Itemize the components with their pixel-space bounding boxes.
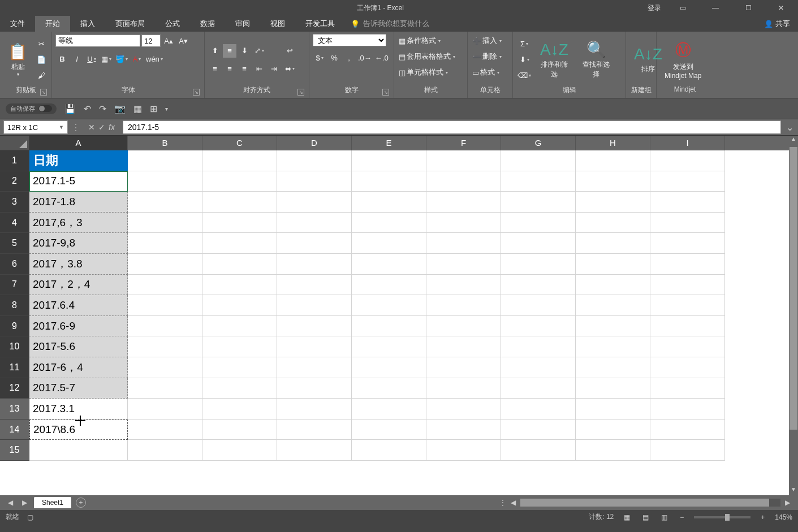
number-format-select[interactable]: 文本 <box>313 34 386 46</box>
scrollbar-thumb[interactable] <box>790 147 797 430</box>
qat-btn-2[interactable]: ⊞ <box>150 103 157 114</box>
cell-H8[interactable] <box>576 295 650 316</box>
decrease-decimal-button[interactable]: ←.0 <box>374 51 390 64</box>
tab-home[interactable]: 开始 <box>35 16 70 32</box>
cell-A15[interactable] <box>29 440 128 461</box>
cell-G3[interactable] <box>501 192 576 213</box>
col-header-c[interactable]: C <box>202 136 277 150</box>
col-header-f[interactable]: F <box>426 136 501 150</box>
cell-I2[interactable] <box>650 171 725 192</box>
cell-A4[interactable]: 2017,6，3 <box>29 213 128 233</box>
sheet-nav-next[interactable]: ▶ <box>20 499 29 507</box>
cell-A1[interactable]: 日期 <box>29 150 128 171</box>
cell-F1[interactable] <box>426 150 501 171</box>
zoom-in-button[interactable]: + <box>758 513 767 521</box>
cancel-formula-button[interactable]: ✕ <box>88 123 95 132</box>
font-color-button[interactable]: A <box>130 52 144 66</box>
cell-I8[interactable] <box>650 295 725 316</box>
row-header-12[interactable]: 12 <box>0 378 29 399</box>
cell-C6[interactable] <box>202 254 277 275</box>
cell-A5[interactable]: 2017-9,8 <box>29 233 128 254</box>
cell-H14[interactable] <box>576 419 650 440</box>
row-header-10[interactable]: 10 <box>0 336 29 357</box>
row-header-14[interactable]: 14 <box>0 419 29 440</box>
tab-formulas[interactable]: 公式 <box>155 16 190 32</box>
row-header-8[interactable]: 8 <box>0 295 29 316</box>
add-sheet-button[interactable]: + <box>76 498 86 508</box>
fill-button[interactable]: ⬇ <box>516 53 532 67</box>
save-button[interactable]: 💾 <box>64 103 76 114</box>
cell-B7[interactable] <box>128 275 202 296</box>
number-launcher[interactable]: ↘ <box>382 89 389 96</box>
row-header-7[interactable]: 7 <box>0 275 29 296</box>
cell-F10[interactable] <box>426 336 501 357</box>
increase-decimal-button[interactable]: .0→ <box>357 51 373 64</box>
qat-btn-1[interactable]: ▦ <box>133 103 142 114</box>
cell-B14[interactable] <box>128 419 202 440</box>
align-right-button[interactable]: ≡ <box>238 62 251 76</box>
formula-input[interactable]: 2017.1-5 <box>123 120 781 134</box>
cell-H7[interactable] <box>576 275 650 296</box>
cell-A14[interactable]: 2017\8.6 <box>29 419 128 440</box>
cell-A11[interactable]: 2017-6，4 <box>29 357 128 378</box>
autosave-toggle[interactable]: 自动保存 <box>6 103 57 114</box>
cell-B13[interactable] <box>128 399 202 419</box>
page-break-view-button[interactable]: ▥ <box>659 513 670 521</box>
cell-C14[interactable] <box>202 419 277 440</box>
increase-font-button[interactable]: A▴ <box>162 34 175 47</box>
cell-C15[interactable] <box>202 440 277 461</box>
cell-A10[interactable]: 2017-5.6 <box>29 336 128 357</box>
cell-C11[interactable] <box>202 357 277 378</box>
clear-button[interactable]: ⌫ <box>516 69 532 83</box>
cell-H13[interactable] <box>576 399 650 419</box>
conditional-format-button[interactable]: ▦条件格式 <box>398 34 442 47</box>
redo-button[interactable]: ↷ <box>99 103 106 114</box>
comma-button[interactable]: , <box>342 51 356 64</box>
enter-formula-button[interactable]: ✓ <box>98 123 105 132</box>
row-header-4[interactable]: 4 <box>0 213 29 233</box>
cell-I9[interactable] <box>650 316 725 337</box>
login-link[interactable]: 登录 <box>648 3 661 13</box>
name-box[interactable]: 12R x 1C ▼ <box>3 120 68 134</box>
cell-D3[interactable] <box>277 192 352 213</box>
cell-G11[interactable] <box>501 357 576 378</box>
cell-I11[interactable] <box>650 357 725 378</box>
fx-button[interactable]: fx <box>109 123 115 132</box>
cell-B2[interactable] <box>128 171 202 192</box>
cell-D5[interactable] <box>277 233 352 254</box>
row-header-5[interactable]: 5 <box>0 233 29 254</box>
normal-view-button[interactable]: ▦ <box>622 513 632 521</box>
cell-A3[interactable]: 2017-1.8 <box>29 192 128 213</box>
mindjet-send-button[interactable]: Ⓜ 发送到 Mindjet Map <box>660 34 706 85</box>
cell-C1[interactable] <box>202 150 277 171</box>
cell-D7[interactable] <box>277 275 352 296</box>
cell-G6[interactable] <box>501 254 576 275</box>
sort-filter-button[interactable]: A↓Z 排序和筛选 <box>534 34 574 85</box>
cell-I10[interactable] <box>650 336 725 357</box>
cell-D13[interactable] <box>277 399 352 419</box>
cell-G9[interactable] <box>501 316 576 337</box>
cell-B1[interactable] <box>128 150 202 171</box>
autosum-button[interactable]: Σ <box>516 37 532 51</box>
camera-button[interactable]: 📷 <box>114 103 126 114</box>
cell-B15[interactable] <box>128 440 202 461</box>
cell-C13[interactable] <box>202 399 277 419</box>
format-as-table-button[interactable]: ▤套用表格格式 <box>398 50 456 63</box>
cell-D8[interactable] <box>277 295 352 316</box>
cell-C3[interactable] <box>202 192 277 213</box>
col-header-e[interactable]: E <box>352 136 426 150</box>
cell-B5[interactable] <box>128 233 202 254</box>
hscroll-left[interactable]: ◀ <box>508 499 518 507</box>
cell-H10[interactable] <box>576 336 650 357</box>
cell-E10[interactable] <box>352 336 426 357</box>
cell-E9[interactable] <box>352 316 426 337</box>
scroll-up-button[interactable]: ▲ <box>789 136 798 145</box>
page-layout-view-button[interactable]: ▤ <box>640 513 651 521</box>
cell-H5[interactable] <box>576 233 650 254</box>
cell-B9[interactable] <box>128 316 202 337</box>
tab-pagelayout[interactable]: 页面布局 <box>105 16 155 32</box>
tab-developer[interactable]: 开发工具 <box>295 16 345 32</box>
cell-F2[interactable] <box>426 171 501 192</box>
cell-B8[interactable] <box>128 295 202 316</box>
zoom-level[interactable]: 145% <box>775 513 792 521</box>
